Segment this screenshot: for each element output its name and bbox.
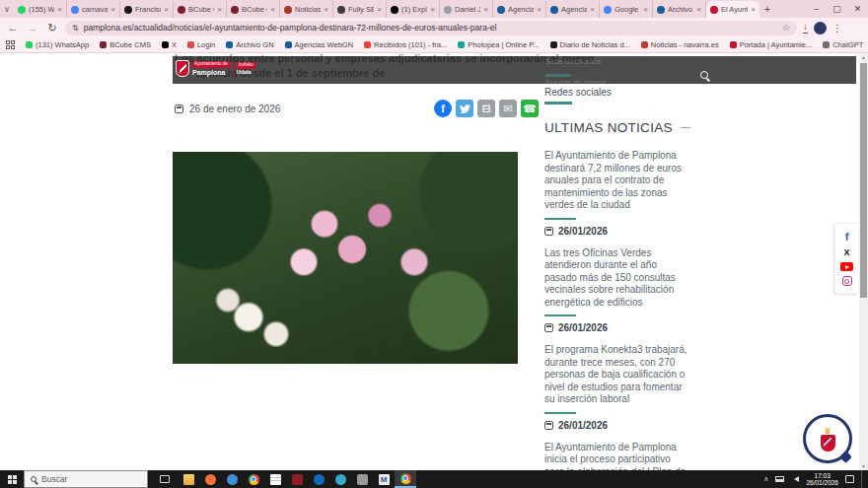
bookmark-item[interactable]: BCube CMS (100, 40, 151, 49)
forward-icon[interactable]: → (26, 22, 39, 34)
print-share-button[interactable]: ⊟ (477, 100, 495, 117)
tab-close-icon[interactable]: × (751, 6, 756, 14)
browser-tab[interactable]: El Ayunt × (706, 1, 760, 18)
browser-tab[interactable]: (1) Expl × (387, 1, 440, 18)
bookmark-item[interactable]: Archivo GN (226, 40, 273, 49)
action-center-icon[interactable] (845, 475, 854, 483)
window-close-button[interactable]: ✕ (847, 0, 868, 18)
minimize-button[interactable]: – (806, 0, 827, 18)
tab-close-icon[interactable]: × (590, 6, 595, 14)
tab-close-icon[interactable]: × (430, 6, 435, 14)
tab-close-icon[interactable]: × (110, 6, 115, 14)
facebook-icon[interactable]: f (845, 231, 849, 243)
browser-tab[interactable]: carnava × (67, 1, 120, 18)
youtube-icon[interactable] (840, 262, 853, 271)
news-item-title[interactable]: El programa Konekta3 trabajará, durante … (544, 344, 690, 406)
page-scrollbar[interactable]: ▲ ▼ (859, 53, 868, 470)
taskbar-app[interactable] (351, 470, 373, 488)
tab-close-icon[interactable]: × (483, 6, 488, 14)
tab-close-icon[interactable]: × (164, 6, 169, 14)
taskbar-app[interactable] (264, 470, 286, 488)
tab-close-icon[interactable]: × (377, 6, 382, 14)
tab-close-icon[interactable]: × (217, 6, 222, 14)
start-button[interactable] (0, 470, 24, 488)
browser-tab[interactable]: Agencia × (493, 1, 546, 18)
taskbar-app[interactable] (243, 470, 264, 488)
volume-icon[interactable] (791, 476, 799, 482)
facebook-share-button[interactable]: f (434, 100, 452, 117)
taskbar-app[interactable] (286, 470, 308, 488)
bookmark-item[interactable]: Portada | Ayuntamie... (730, 40, 813, 49)
pamplona-logo[interactable]: Ayuntamiento dePamplona IruñekoUdala (176, 60, 255, 77)
bookmark-item[interactable]: Photopea | Online P... (458, 40, 539, 49)
scroll-up-icon[interactable]: ▲ (859, 54, 868, 60)
bookmark-item[interactable]: X (162, 40, 177, 49)
browser-tab[interactable]: Noticias × (280, 1, 333, 18)
tab-close-icon[interactable]: × (537, 6, 542, 14)
tray-expand-icon[interactable]: ∧ (763, 475, 768, 483)
site-search-button[interactable] (700, 65, 708, 83)
browser-tab[interactable]: Archivo × (653, 1, 706, 18)
taskbar-app[interactable] (395, 470, 416, 488)
chat-widget[interactable]: ♛ (803, 414, 852, 463)
news-item-title[interactable]: Las tres Oficinas Verdes atendieron dura… (544, 247, 690, 310)
bookmark-item[interactable]: (131) WhatsApp (26, 40, 89, 49)
whatsapp-share-button[interactable]: ☎ (521, 100, 539, 117)
tab-close-icon[interactable]: × (270, 6, 275, 14)
browser-menu-icon[interactable]: ⋮ (832, 23, 842, 34)
taskbar-app[interactable] (221, 470, 243, 488)
taskbar-app[interactable] (308, 470, 329, 488)
browser-tab[interactable]: (155) Wh × (14, 1, 67, 18)
x-icon[interactable]: X (843, 247, 849, 257)
site-info-icon[interactable]: ⇅ (72, 24, 79, 33)
news-item[interactable]: El programa Konekta3 trabajará, durante … (544, 344, 690, 431)
taskbar-app[interactable] (329, 470, 351, 488)
twitter-share-button[interactable] (456, 100, 473, 117)
browser-tab[interactable]: Fully SE × (333, 1, 387, 18)
maximize-button[interactable]: ▢ (827, 0, 847, 18)
news-item[interactable]: Las tres Oficinas Verdes atendieron dura… (544, 247, 690, 334)
show-desktop-strip[interactable] (861, 470, 864, 488)
tab-close-icon[interactable]: × (324, 6, 328, 14)
browser-tab[interactable]: Agencia × (546, 1, 600, 18)
task-view-button[interactable] (154, 470, 176, 488)
profile-avatar[interactable] (814, 22, 827, 35)
bookmark-star-icon[interactable]: ☆ (782, 23, 790, 33)
bookmark-item[interactable]: Agencias WebGN (285, 40, 353, 49)
taskbar-app[interactable] (178, 470, 199, 488)
network-icon[interactable] (775, 476, 784, 482)
taskbar-search-box[interactable]: Buscar (24, 470, 148, 488)
taskbar-app[interactable] (199, 470, 221, 488)
news-item[interactable]: El Ayuntamiento de Pamplona destinará 7,… (544, 150, 690, 237)
reload-icon[interactable]: ↻ (45, 22, 59, 35)
browser-tab[interactable]: Daniel J × (440, 1, 493, 18)
news-item-title[interactable]: El Ayuntamiento de Pamplona inicia el pr… (544, 442, 690, 471)
bookmark-item[interactable]: Diario de Noticias d... (550, 40, 630, 49)
bookmark-item[interactable]: Login (187, 40, 215, 49)
email-share-button[interactable]: ✉ (499, 100, 517, 117)
news-item[interactable]: El Ayuntamiento de Pamplona inicia el pr… (544, 442, 690, 471)
url-text[interactable]: pamplona.es/actualidad/noticias/el-ayunt… (84, 23, 777, 33)
bookmark-item[interactable]: ChatGPT (823, 40, 863, 49)
scrollbar-thumb[interactable] (860, 63, 867, 298)
tab-close-icon[interactable]: × (643, 6, 648, 14)
address-bar[interactable]: ⇅ pamplona.es/actualidad/noticias/el-ayu… (65, 21, 797, 35)
new-tab-button[interactable]: + (760, 1, 775, 18)
news-item-title[interactable]: El Ayuntamiento de Pamplona destinará 7,… (544, 150, 690, 212)
bookmark-item[interactable]: Recibidos (101) - fra... (364, 40, 447, 49)
instagram-icon[interactable] (842, 276, 852, 286)
tab-close-icon[interactable]: × (57, 6, 62, 14)
scroll-down-icon[interactable]: ▼ (859, 463, 868, 469)
browser-tab[interactable]: BCube C × (227, 1, 280, 18)
tab-close-icon[interactable]: × (696, 6, 701, 14)
apps-grid-icon[interactable] (6, 40, 15, 49)
downloads-icon[interactable]: ↓ (803, 22, 808, 34)
browser-tab[interactable]: Google × (600, 1, 653, 18)
back-icon[interactable]: ← (6, 22, 20, 34)
taskbar-clock[interactable]: 17:03 26/01/2026 (806, 472, 838, 487)
taskbar-app[interactable]: M (373, 470, 395, 488)
browser-tab[interactable]: BCube C × (174, 1, 227, 18)
tab-search-caret-icon[interactable]: ∨ (0, 2, 14, 18)
browser-tab[interactable]: Francisc × (120, 1, 174, 18)
bookmark-item[interactable]: Noticias - navarra.es (641, 40, 719, 49)
